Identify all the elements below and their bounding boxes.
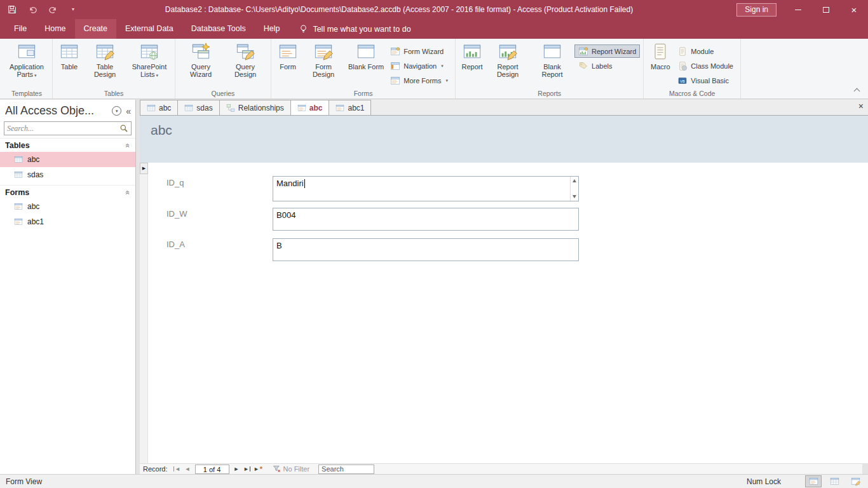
table-button[interactable]: Table	[56, 41, 83, 71]
chevron-up-icon	[854, 88, 860, 95]
field-input-id-w[interactable]: B004	[273, 208, 579, 231]
nav-item-form-abc[interactable]: abc	[0, 199, 135, 214]
nav-item-label: sdas	[27, 170, 43, 179]
group-label-tables: Tables	[53, 90, 175, 97]
macro-button[interactable]: Macro	[647, 41, 674, 71]
form-label: Form	[280, 63, 296, 71]
save-button[interactable]	[6, 3, 18, 16]
nav-item-form-abc1[interactable]: abc1	[0, 214, 135, 229]
group-label-forms: Forms	[271, 90, 455, 97]
form-icon	[297, 104, 306, 112]
nav-item-table-abc[interactable]: abc	[0, 152, 135, 167]
collapse-ribbon-button[interactable]	[855, 89, 860, 95]
close-window-button[interactable]: ×	[840, 0, 868, 19]
report-wizard-button[interactable]: Report Wizard	[574, 44, 640, 58]
form-view-button[interactable]	[805, 475, 822, 487]
blank-form-button[interactable]: Blank Form	[346, 41, 386, 71]
module-label: Module	[691, 48, 714, 55]
doc-tab-form-abc[interactable]: abc	[290, 100, 330, 115]
query-wizard-button[interactable]: Query Wizard	[179, 41, 223, 78]
navigation-button[interactable]: Navigation ▾	[386, 59, 452, 72]
form-design-button[interactable]: Form Design	[301, 41, 346, 78]
section-header-forms[interactable]: Forms «	[0, 185, 135, 199]
report-wizard-label: Report Wizard	[592, 48, 636, 55]
minimize-button[interactable]	[784, 0, 812, 19]
datasheet-view-button[interactable]	[826, 475, 843, 487]
tab-help[interactable]: Help	[255, 19, 289, 39]
field-value: B	[276, 241, 282, 250]
form-wizard-button[interactable]: Form Wizard	[386, 44, 452, 58]
nav-item-label: abc	[27, 202, 39, 211]
nav-search-input[interactable]	[4, 123, 117, 134]
chevron-down-icon: ▾	[156, 73, 159, 78]
nav-item-table-sdas[interactable]: sdas	[0, 167, 135, 182]
last-record-button[interactable]: ►	[242, 464, 253, 474]
query-design-button[interactable]: Query Design	[223, 41, 268, 78]
blank-report-button[interactable]: Blank Report	[530, 41, 574, 78]
field-input-id-q[interactable]: Mandiri	[273, 176, 579, 201]
tab-external-data[interactable]: External Data	[116, 19, 182, 39]
report-design-button[interactable]: Report Design	[485, 41, 530, 78]
doc-tab-form-abc1[interactable]: abc1	[329, 100, 371, 115]
doc-tab-table-sdas[interactable]: sdas	[177, 100, 219, 115]
scroll-up-button[interactable]	[571, 177, 578, 185]
previous-record-button[interactable]: ◄	[182, 464, 193, 474]
report-button[interactable]: Report	[459, 41, 485, 71]
doc-tab-label: sdas	[196, 104, 212, 112]
sharepoint-lists-button[interactable]: SharePoint Lists▾	[127, 41, 172, 79]
maximize-button[interactable]	[812, 0, 840, 19]
redo-button[interactable]	[47, 3, 58, 16]
close-icon: ×	[851, 5, 857, 15]
shutter-bar-collapse-button[interactable]: «	[126, 106, 131, 116]
field-input-id-a[interactable]: B	[273, 238, 579, 261]
collapse-section-icon[interactable]: «	[124, 144, 133, 148]
tab-database-tools[interactable]: Database Tools	[182, 19, 255, 39]
table-icon	[147, 104, 156, 112]
status-bar-right: Num Lock	[747, 475, 868, 487]
form-wizard-label: Form Wizard	[403, 48, 444, 55]
section-label-forms: Forms	[5, 188, 126, 197]
next-record-button[interactable]: ►	[231, 464, 242, 474]
nav-pane-menu-button[interactable]: ▾	[112, 106, 121, 116]
close-object-button[interactable]: ×	[858, 102, 864, 111]
tab-file[interactable]: File	[5, 19, 36, 39]
module-button[interactable]: Module	[674, 44, 737, 58]
filter-indicator[interactable]: No Filter	[273, 465, 310, 473]
record-search-input[interactable]	[318, 464, 374, 474]
class-module-button[interactable]: Class Module	[674, 59, 737, 72]
ribbon-tab-bar: File Home Create External Data Database …	[0, 19, 868, 39]
form-button[interactable]: Form	[275, 41, 301, 71]
new-record-button[interactable]: ►*	[253, 464, 264, 474]
undo-button[interactable]	[27, 3, 38, 16]
search-icon[interactable]	[117, 122, 131, 135]
ribbon-group-forms: Form Form Design Blank Form Form Wizard …	[271, 39, 456, 98]
undo-icon	[27, 5, 38, 15]
section-header-tables[interactable]: Tables «	[0, 138, 135, 152]
form-design-icon	[314, 42, 333, 61]
more-forms-label: More Forms	[403, 77, 441, 85]
collapse-section-icon[interactable]: «	[124, 191, 133, 195]
no-filter-icon	[273, 465, 281, 473]
table-design-button[interactable]: Table Design	[83, 41, 127, 78]
tab-create[interactable]: Create	[75, 19, 117, 39]
field-label-id-a: ID_A	[166, 240, 185, 249]
blank-report-label: Blank Report	[542, 63, 563, 78]
record-position-box[interactable]: 1 of 4	[195, 464, 229, 474]
tell-me-box[interactable]: Tell me what you want to do	[291, 19, 418, 39]
doc-tab-relationships[interactable]: Relationships	[219, 100, 291, 115]
tell-me-label: Tell me what you want to do	[313, 25, 410, 34]
labels-button[interactable]: Labels	[574, 59, 640, 72]
design-view-button[interactable]	[847, 475, 864, 487]
sign-in-button[interactable]: Sign in	[736, 3, 776, 17]
more-forms-button[interactable]: More Forms ▾	[386, 74, 452, 87]
datasheet-view-icon	[830, 477, 839, 486]
visual-basic-button[interactable]: Visual Basic	[674, 74, 737, 87]
tab-home[interactable]: Home	[36, 19, 74, 39]
doc-tab-table-abc[interactable]: abc	[140, 100, 178, 115]
scroll-down-button[interactable]	[571, 193, 578, 201]
new-record-star-icon: *	[260, 465, 262, 473]
first-record-button[interactable]: ◄	[172, 464, 182, 474]
application-parts-button[interactable]: Application Parts▾	[4, 41, 49, 79]
record-selector-bar[interactable]: ▶	[140, 163, 148, 463]
status-bar: Form View Num Lock	[0, 474, 868, 488]
